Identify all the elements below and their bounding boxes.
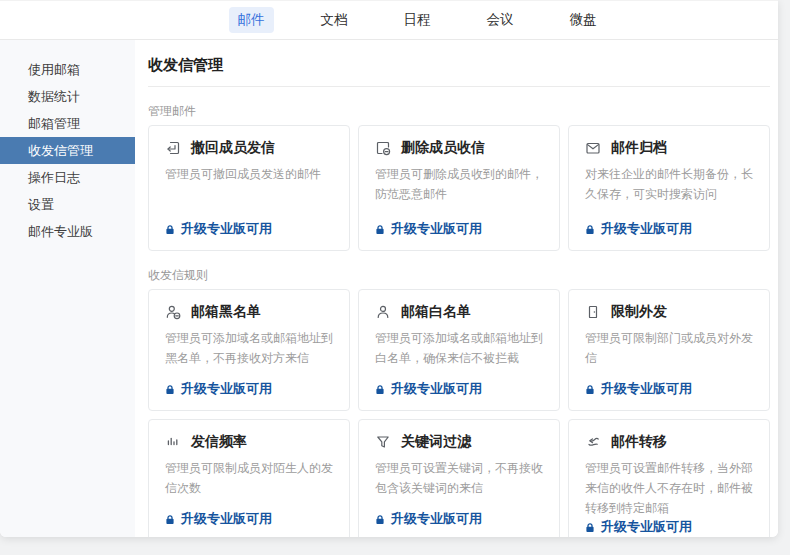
blacklist-user-icon — [165, 304, 181, 320]
feature-card-delete-incoming[interactable]: 删除成员收信 管理员可删除成员收到的邮件，防范恶意邮件 升级专业版可用 — [358, 125, 560, 251]
sidebar-item-data-statistics[interactable]: 数据统计 — [0, 83, 135, 110]
mail-transfer-icon — [585, 434, 601, 450]
sidebar-item-mailbox-management[interactable]: 邮箱管理 — [0, 110, 135, 137]
card-description: 管理员可限制成员对陌生人的发信次数 — [165, 459, 333, 499]
card-description: 管理员可添加域名或邮箱地址到黑名单，不再接收对方来信 — [165, 329, 333, 369]
title-divider — [148, 86, 770, 87]
keyword-filter-icon — [375, 434, 391, 450]
whitelist-user-icon — [375, 304, 391, 320]
sidebar: 使用邮箱 数据统计 邮箱管理 收发信管理 操作日志 设置 邮件专业版 — [0, 40, 135, 537]
sidebar-item-send-receive-management[interactable]: 收发信管理 — [0, 137, 135, 164]
feature-card-keyword-filter[interactable]: 关键词过滤 管理员可设置关键词，不再接收包含该关键词的来信 升级专业版可用 — [358, 419, 560, 537]
upgrade-pro-link[interactable]: 升级专业版可用 — [375, 380, 543, 398]
upgrade-pro-link[interactable]: 升级专业版可用 — [165, 380, 333, 398]
upgrade-pro-link[interactable]: 升级专业版可用 — [165, 220, 333, 238]
feature-card-send-frequency[interactable]: 发信频率 管理员可限制成员对陌生人的发信次数 升级专业版可用 — [148, 419, 350, 537]
lock-icon — [165, 514, 175, 525]
lock-icon — [585, 384, 595, 395]
upgrade-link-label: 升级专业版可用 — [181, 510, 272, 528]
card-title: 发信频率 — [191, 433, 247, 451]
feature-card-restrict-outgoing[interactable]: 限制外发 管理员可限制部门或成员对外发信 升级专业版可用 — [568, 289, 770, 411]
feature-card-blacklist[interactable]: 邮箱黑名单 管理员可添加域名或邮箱地址到黑名单，不再接收对方来信 升级专业版可用 — [148, 289, 350, 411]
primary-nav: 邮件 文档 日程 会议 微盘 — [56, 1, 778, 39]
nav-tab-meeting[interactable]: 会议 — [478, 7, 523, 33]
feature-card-recall-sent[interactable]: 撤回成员发信 管理员可撤回成员发送的邮件 升级专业版可用 — [148, 125, 350, 251]
lock-icon — [375, 514, 385, 525]
nav-tab-mail[interactable]: 邮件 — [229, 7, 274, 33]
lock-icon — [585, 224, 595, 235]
lock-icon — [165, 224, 175, 235]
top-bar: 邮件 文档 日程 会议 微盘 — [0, 0, 778, 40]
card-title: 邮件转移 — [611, 433, 667, 451]
card-title: 邮箱黑名单 — [191, 303, 261, 321]
restrict-outgoing-icon — [585, 304, 601, 320]
card-title: 邮箱白名单 — [401, 303, 471, 321]
card-description: 对来往企业的邮件长期备份，长久保存，可实时搜索访问 — [585, 165, 753, 205]
card-description: 管理员可设置邮件转移，当外部来信的收件人不存在时，邮件被转移到特定邮箱 — [585, 459, 753, 518]
card-title: 撤回成员发信 — [191, 139, 275, 157]
upgrade-link-label: 升级专业版可用 — [391, 380, 482, 398]
feature-card-whitelist[interactable]: 邮箱白名单 管理员可添加域名或邮箱地址到白名单，确保来信不被拦截 升级专业版可用 — [358, 289, 560, 411]
card-title: 限制外发 — [611, 303, 667, 321]
card-title: 邮件归档 — [611, 139, 667, 157]
lock-icon — [375, 384, 385, 395]
rules-card-grid: 邮箱黑名单 管理员可添加域名或邮箱地址到黑名单，不再接收对方来信 升级专业版可用 — [148, 289, 770, 537]
recall-mail-icon — [165, 140, 181, 156]
main-content: 收发信管理 管理邮件 撤回成员发信 管理员可撤回成员发送的邮件 — [135, 40, 778, 537]
upgrade-link-label: 升级专业版可用 — [391, 220, 482, 238]
upgrade-link-label: 升级专业版可用 — [601, 220, 692, 238]
card-description: 管理员可删除成员收到的邮件，防范恶意邮件 — [375, 165, 543, 205]
upgrade-link-label: 升级专业版可用 — [391, 510, 482, 528]
card-description: 管理员可限制部门或成员对外发信 — [585, 329, 753, 369]
nav-tab-drive[interactable]: 微盘 — [561, 7, 606, 33]
lock-icon — [165, 384, 175, 395]
admin-console-window: 邮件 文档 日程 会议 微盘 使用邮箱 数据统计 邮箱管理 收发信管理 操作日志… — [0, 0, 778, 537]
delete-incoming-icon — [375, 140, 391, 156]
send-frequency-icon — [165, 434, 181, 450]
page-title: 收发信管理 — [148, 54, 770, 76]
upgrade-pro-link[interactable]: 升级专业版可用 — [585, 220, 753, 238]
upgrade-link-label: 升级专业版可用 — [601, 380, 692, 398]
mail-archive-icon — [585, 140, 601, 156]
upgrade-pro-link[interactable]: 升级专业版可用 — [375, 220, 543, 238]
feature-card-mail-archive[interactable]: 邮件归档 对来往企业的邮件长期备份，长久保存，可实时搜索访问 升级专业版可用 — [568, 125, 770, 251]
lock-icon — [375, 224, 385, 235]
sidebar-item-operation-log[interactable]: 操作日志 — [0, 164, 135, 191]
card-description: 管理员可撤回成员发送的邮件 — [165, 165, 333, 185]
upgrade-link-label: 升级专业版可用 — [601, 518, 692, 536]
upgrade-link-label: 升级专业版可用 — [181, 380, 272, 398]
section-label-manage-mail: 管理邮件 — [148, 103, 770, 120]
upgrade-pro-link[interactable]: 升级专业版可用 — [585, 380, 753, 398]
upgrade-pro-link[interactable]: 升级专业版可用 — [375, 510, 543, 528]
manage-mail-card-grid: 撤回成员发信 管理员可撤回成员发送的邮件 升级专业版可用 — [148, 125, 770, 251]
nav-tab-schedule[interactable]: 日程 — [395, 7, 440, 33]
card-title: 删除成员收信 — [401, 139, 485, 157]
sidebar-item-mail-pro[interactable]: 邮件专业版 — [0, 218, 135, 245]
upgrade-pro-link[interactable]: 升级专业版可用 — [585, 518, 753, 536]
feature-card-mail-transfer[interactable]: 邮件转移 管理员可设置邮件转移，当外部来信的收件人不存在时，邮件被转移到特定邮箱… — [568, 419, 770, 537]
sidebar-item-settings[interactable]: 设置 — [0, 191, 135, 218]
upgrade-link-label: 升级专业版可用 — [181, 220, 272, 238]
card-title: 关键词过滤 — [401, 433, 471, 451]
lock-icon — [585, 522, 595, 533]
nav-tab-docs[interactable]: 文档 — [312, 7, 357, 33]
sidebar-item-use-mailbox[interactable]: 使用邮箱 — [0, 56, 135, 83]
card-description: 管理员可添加域名或邮箱地址到白名单，确保来信不被拦截 — [375, 329, 543, 369]
card-description: 管理员可设置关键词，不再接收包含该关键词的来信 — [375, 459, 543, 499]
upgrade-pro-link[interactable]: 升级专业版可用 — [165, 510, 333, 528]
section-label-send-receive-rules: 收发信规则 — [148, 267, 770, 284]
